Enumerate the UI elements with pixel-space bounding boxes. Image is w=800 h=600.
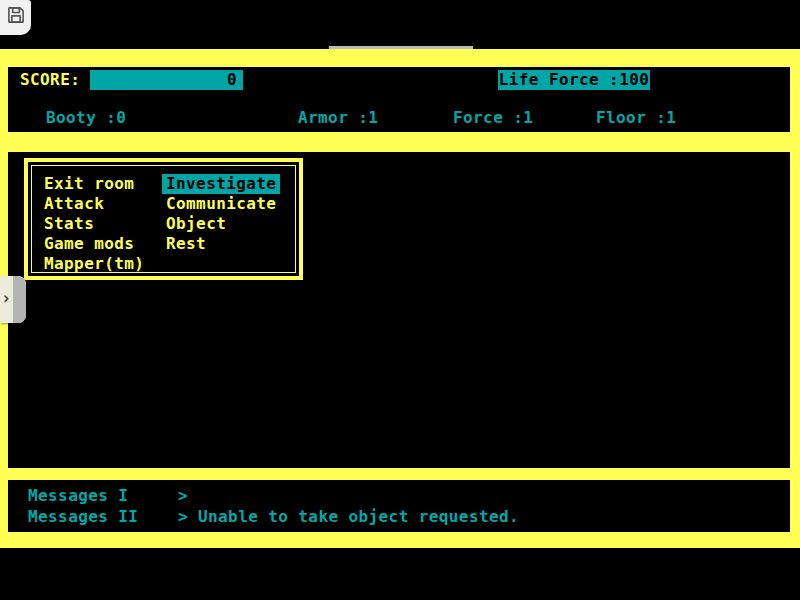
menu-item-attack[interactable]: Attack [44,194,104,214]
life-force-badge: Life Force :100 [498,70,650,90]
floppy-disk-icon [6,5,26,30]
score-value: 0 [227,70,237,89]
action-menu: Exit room Attack Stats Game mods Mapper(… [24,158,303,280]
messages-1-label: Messages I [28,486,128,506]
drawer-grip [13,276,26,323]
messages-panel: Messages I > Messages II > Unable to tak… [8,480,790,532]
menu-item-object[interactable]: Object [166,214,226,234]
main-panel: Exit room Attack Stats Game mods Mapper(… [8,152,790,468]
stat-floor: Floor :1 [596,108,676,128]
menu-item-exit-room[interactable]: Exit room [44,174,134,194]
menu-item-mapper[interactable]: Mapper(tm) [44,254,144,274]
menu-item-game-mods[interactable]: Game mods [44,234,134,254]
messages-2-prompt: > [178,507,188,527]
menu-item-communicate[interactable]: Communicate [166,194,276,214]
menu-item-stats[interactable]: Stats [44,214,94,234]
stats-panel: SCORE: 0 Life Force :100 Booty :0 Armor … [8,67,790,132]
score-bar: 0 [90,70,243,90]
menu-item-rest[interactable]: Rest [166,234,206,254]
stat-force: Force :1 [453,108,533,128]
chevron-right-icon: › [1,290,12,307]
game-window: SCORE: 0 Life Force :100 Booty :0 Armor … [0,49,800,548]
sidebar-drawer-handle[interactable]: › [0,276,26,323]
stat-armor: Armor :1 [298,108,378,128]
score-label: SCORE: [20,70,80,90]
menu-item-investigate[interactable]: Investigate [162,174,280,194]
messages-2-text: Unable to take object requested. [198,507,519,527]
messages-2-label: Messages II [28,507,138,527]
messages-1-prompt: > [178,486,188,506]
dos-game-screen: ßßß Bones ßßß SCORE: 0 Life Force :100 B… [0,0,800,600]
save-button[interactable] [0,0,31,35]
stat-booty: Booty :0 [46,108,126,128]
